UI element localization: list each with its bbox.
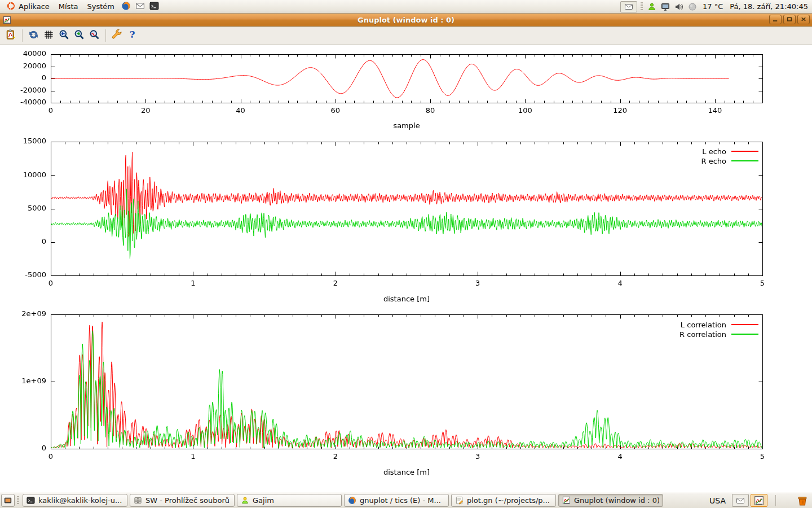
legend-line-sample [731, 324, 758, 325]
window-list-handle[interactable] [17, 496, 19, 505]
task-label: SW - Prohlížeč souborů [145, 496, 230, 505]
unzoom-button[interactable] [87, 28, 102, 43]
display-settings-button[interactable] [660, 0, 671, 13]
toolbar-separator [22, 29, 23, 42]
panel-menu-applications[interactable]: Aplikace [2, 0, 54, 13]
text-editor-icon [455, 496, 464, 505]
close-button[interactable] [797, 15, 810, 24]
file-manager-icon [134, 496, 142, 505]
weather-button[interactable] [687, 0, 698, 13]
zoom-previous-icon [59, 29, 69, 42]
panel-menus: AplikaceMístaSystém [2, 0, 119, 13]
panel-menu-places[interactable]: Místa [54, 0, 83, 13]
legend-entry: R correlation [601, 330, 758, 339]
zoom-next-icon [74, 29, 85, 42]
launcher-firefox-icon[interactable] [119, 0, 133, 13]
minimize-icon [771, 16, 779, 23]
svg-text:?: ? [130, 29, 135, 40]
legend-entry: R echo [601, 156, 758, 165]
menu-label: Systém [87, 2, 114, 11]
launcher-mail-icon[interactable] [133, 0, 147, 13]
bottom-taskbar: kaklik@kaklik-kolej-u...SW - Prohlížeč s… [0, 492, 812, 508]
top-panel: AplikaceMístaSystém 17 °C Pá, 18. září, … [0, 0, 812, 14]
window-title: Gnuplot (window id : 0) [0, 16, 812, 24]
maximize-button[interactable] [783, 15, 796, 24]
refresh-icon [28, 29, 39, 42]
temperature-indicator[interactable]: 17 °C [700, 2, 725, 11]
mail-icon [736, 496, 745, 505]
plot-surface: sample distance [m] distance [m] L echoR… [0, 45, 812, 492]
task-label: kaklik@kaklik-kolej-u... [38, 496, 122, 505]
task-button-2[interactable]: Gajim [237, 494, 342, 507]
copy-plot-icon [6, 29, 16, 42]
show-desktop-button[interactable] [1, 494, 15, 507]
legend-entry: L echo [601, 147, 758, 156]
zoom-reset-icon [89, 29, 100, 42]
legend-entry: L correlation [601, 320, 758, 329]
mail-notification-button[interactable] [620, 1, 637, 12]
task-button-5[interactable]: Gnuplot (window id : 0) [558, 494, 663, 507]
task-label: Gajim [253, 496, 274, 505]
menu-label: Místa [59, 2, 78, 11]
gnuplot-icon [562, 496, 571, 505]
launcher-terminal-icon[interactable] [147, 0, 161, 13]
plots-canvas[interactable] [0, 45, 812, 492]
trash-icon [797, 495, 808, 506]
clock[interactable]: Pá, 18. září, 21:40:45 [727, 2, 810, 11]
help-button[interactable]: ? [125, 28, 140, 43]
keyboard-layout-indicator[interactable]: USA [709, 496, 726, 505]
copy-to-clipboard-button[interactable] [3, 28, 19, 43]
help-icon: ? [127, 29, 138, 42]
trash-button[interactable] [794, 495, 811, 506]
gnuplot-toolbar: ? [0, 27, 812, 45]
ubuntu-logo-icon [6, 1, 16, 12]
panel-menu-system[interactable]: Systém [82, 0, 118, 13]
taskbar-separator [775, 495, 776, 506]
window-titlebar[interactable]: Gnuplot (window id : 0) [0, 14, 812, 27]
firefox-icon [348, 496, 356, 505]
mail-icon [135, 1, 145, 12]
legend-label: R echo [701, 157, 726, 165]
legend-line-sample [731, 160, 758, 161]
mail-icon [624, 2, 633, 11]
task-button-1[interactable]: SW - Prohlížeč souborů [130, 494, 235, 507]
task-label: plot.gn (~/projects/p... [467, 496, 550, 505]
maximize-icon [785, 16, 793, 23]
wrench-icon [112, 29, 122, 42]
close-icon [800, 16, 807, 23]
legend-label: L echo [702, 147, 726, 156]
legend-line-sample [731, 151, 758, 152]
show-desktop-icon [4, 497, 12, 505]
firefox-icon [121, 1, 131, 12]
task-button-3[interactable]: gnuplot / tics (E) - M... [344, 494, 449, 507]
task-label: gnuplot / tics (E) - M... [360, 496, 441, 505]
toggle-grid-button[interactable] [41, 28, 56, 43]
panel-indicators: 17 °C Pá, 18. září, 21:40:45 [620, 0, 810, 13]
gnuplot-icon [754, 496, 764, 506]
minimize-button[interactable] [769, 15, 782, 24]
terminal-icon [27, 496, 35, 505]
legend-label: L correlation [681, 321, 726, 329]
tray-mail-button[interactable] [732, 494, 749, 507]
task-button-4[interactable]: plot.gn (~/projects/p... [451, 494, 556, 507]
options-button[interactable] [109, 28, 125, 43]
task-button-0[interactable]: kaklik@kaklik-kolej-u... [23, 494, 127, 507]
window-list: kaklik@kaklik-kolej-u...SW - Prohlížeč s… [20, 494, 663, 507]
panel-launchers [119, 0, 161, 13]
grid-icon [43, 29, 54, 42]
notification-area-handle[interactable] [641, 2, 643, 11]
gajim-icon [241, 496, 249, 505]
toolbar-separator [105, 29, 106, 42]
user-switcher-button[interactable] [646, 0, 657, 13]
plot1-xlabel: sample [51, 121, 762, 130]
weather-icon [688, 2, 697, 11]
legend-line-sample [731, 334, 758, 335]
display-icon [661, 2, 670, 11]
next-zoom-button[interactable] [72, 28, 87, 43]
plot2-xlabel: distance [m] [51, 295, 762, 303]
previous-zoom-button[interactable] [56, 28, 72, 43]
plot3-xlabel: distance [m] [51, 468, 762, 476]
replot-button[interactable] [26, 28, 41, 43]
volume-button[interactable] [673, 0, 685, 13]
tray-gnuplot-button[interactable] [751, 494, 767, 507]
